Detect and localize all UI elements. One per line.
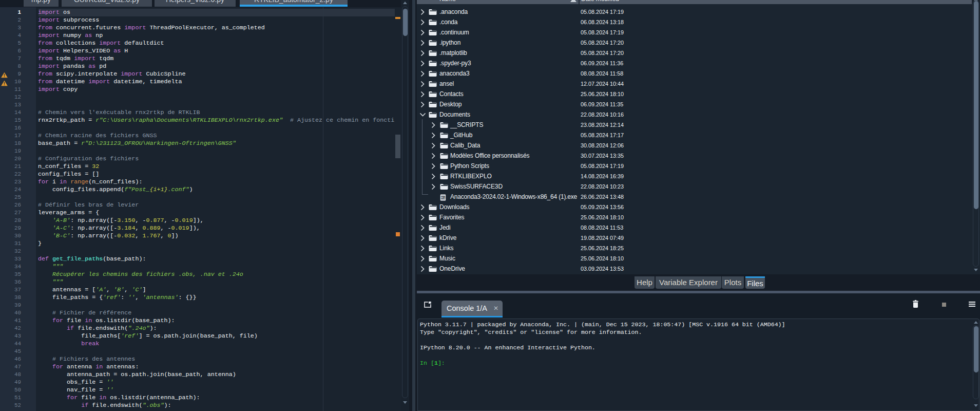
svg-text:01: 01 xyxy=(441,196,445,199)
